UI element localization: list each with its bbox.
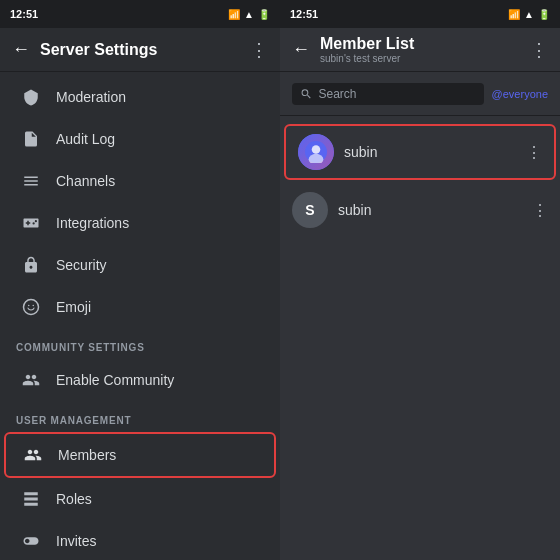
status-bar-left: 12:51 📶 ▲ 🔋 (0, 0, 280, 28)
status-bar-right: 12:51 📶 ▲ 🔋 (280, 0, 560, 28)
enable-community-label: Enable Community (56, 372, 174, 388)
members-icon (22, 444, 44, 466)
back-button-right[interactable]: ← (292, 39, 310, 60)
left-panel: 12:51 📶 ▲ 🔋 ← Server Settings ⋮ Moderati… (0, 0, 280, 560)
server-settings-title: Server Settings (40, 41, 250, 59)
signal-icon-right: 📶 (508, 9, 520, 20)
back-button-left[interactable]: ← (12, 39, 30, 60)
member-item-subin-1[interactable]: subin ⋮ (284, 124, 556, 180)
right-panel-header: ← Member List subin's test server ⋮ (280, 28, 560, 72)
wifi-icon: ▲ (244, 9, 254, 20)
status-time-right: 12:51 (290, 8, 318, 20)
svg-point-4 (312, 145, 321, 154)
member-more-btn-2[interactable]: ⋮ (532, 201, 548, 220)
security-icon (20, 254, 42, 276)
right-panel: 12:51 📶 ▲ 🔋 ← Member List subin's test s… (280, 0, 560, 560)
user-management-section-label: USER MANAGEMENT (0, 401, 280, 432)
battery-icon-right: 🔋 (538, 9, 550, 20)
right-title-area: Member List subin's test server (320, 35, 530, 64)
signal-icon: 📶 (228, 9, 240, 20)
member-list-title: Member List (320, 35, 530, 53)
svg-point-1 (28, 305, 30, 307)
sidebar-item-members[interactable]: Members (4, 432, 276, 478)
security-label: Security (56, 257, 107, 273)
members-label: Members (58, 447, 116, 463)
avatar-subin-1 (298, 134, 334, 170)
audit-log-label: Audit Log (56, 131, 115, 147)
member-name-subin-2: subin (338, 202, 532, 218)
server-subtitle: subin's test server (320, 53, 530, 64)
battery-icon: 🔋 (258, 9, 270, 20)
invites-label: Invites (56, 533, 96, 549)
invites-icon (20, 530, 42, 552)
left-panel-header: ← Server Settings ⋮ (0, 28, 280, 72)
emoji-label: Emoji (56, 299, 91, 315)
wifi-icon-right: ▲ (524, 9, 534, 20)
sidebar-item-emoji[interactable]: Emoji (4, 286, 276, 328)
more-button-right[interactable]: ⋮ (530, 39, 548, 61)
list-icon (20, 170, 42, 192)
roles-icon (20, 488, 42, 510)
search-input-wrap[interactable] (292, 83, 484, 105)
status-icons-left: 📶 ▲ 🔋 (228, 9, 270, 20)
member-list: subin ⋮ S subin ⋮ (280, 116, 560, 560)
gamepad-icon (20, 212, 42, 234)
sidebar-item-audit-log[interactable]: Audit Log (4, 118, 276, 160)
integrations-label: Integrations (56, 215, 129, 231)
everyone-tag: @everyone (492, 88, 548, 100)
member-item-subin-2[interactable]: S subin ⋮ (280, 184, 560, 236)
avatar-subin-2: S (292, 192, 328, 228)
status-icons-right: 📶 ▲ 🔋 (508, 9, 550, 20)
search-input[interactable] (319, 87, 476, 101)
document-icon (20, 128, 42, 150)
sidebar-item-moderation[interactable]: Moderation (4, 76, 276, 118)
emoji-icon (20, 296, 42, 318)
community-settings-section-label: COMMUNITY SETTINGS (0, 328, 280, 359)
settings-list: Moderation Audit Log Channels (0, 72, 280, 560)
sidebar-item-integrations[interactable]: Integrations (4, 202, 276, 244)
roles-label: Roles (56, 491, 92, 507)
sidebar-item-security[interactable]: Security (4, 244, 276, 286)
community-icon (20, 369, 42, 391)
search-icon (300, 87, 313, 101)
channels-label: Channels (56, 173, 115, 189)
sidebar-item-roles[interactable]: Roles (4, 478, 276, 520)
svg-point-0 (24, 300, 39, 315)
sidebar-item-invites[interactable]: Invites (4, 520, 276, 560)
moderation-label: Moderation (56, 89, 126, 105)
more-button-left[interactable]: ⋮ (250, 39, 268, 61)
shield-icon (20, 86, 42, 108)
member-more-btn-1[interactable]: ⋮ (526, 143, 542, 162)
member-name-subin-1: subin (344, 144, 526, 160)
sidebar-item-enable-community[interactable]: Enable Community (4, 359, 276, 401)
status-time-left: 12:51 (10, 8, 38, 20)
svg-point-2 (33, 305, 35, 307)
avatar-image (305, 141, 327, 163)
sidebar-item-channels[interactable]: Channels (4, 160, 276, 202)
search-bar: @everyone (280, 72, 560, 116)
